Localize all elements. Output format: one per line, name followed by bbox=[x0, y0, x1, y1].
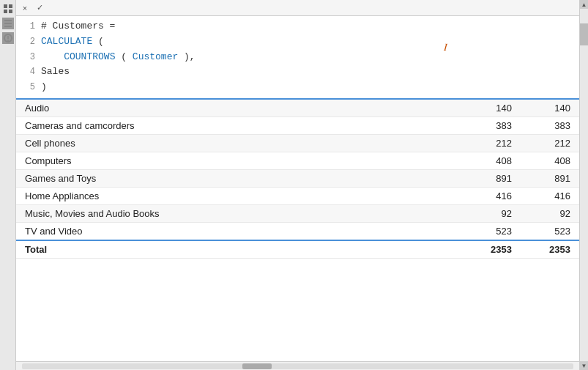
scroll-thumb[interactable] bbox=[580, 23, 589, 45]
bottom-bar bbox=[16, 361, 579, 370]
svg-rect-0 bbox=[4, 4, 7, 8]
sidebar-icon-2[interactable] bbox=[2, 18, 14, 29]
code-content-5: ) bbox=[41, 80, 47, 95]
sidebar-icon-3[interactable] bbox=[2, 32, 14, 44]
value1-cell: 523 bbox=[462, 222, 521, 240]
scroll-up-button[interactable]: ▲ bbox=[580, 0, 589, 9]
close-button[interactable]: × bbox=[19, 2, 31, 14]
category-cell: Home Appliances bbox=[16, 187, 462, 204]
data-table: Audio 140 140 Cameras and camcorders 383… bbox=[16, 100, 579, 259]
category-cell: Cameras and camcorders bbox=[16, 116, 462, 134]
value1-cell: 383 bbox=[462, 116, 521, 134]
scroll-down-button[interactable]: ▼ bbox=[580, 361, 589, 370]
cursor-marker: 𝐼 bbox=[444, 42, 447, 53]
main-content: × ✓ 1 # Customers = 2 CALCULATE ( 3 COUN… bbox=[16, 0, 579, 370]
svg-rect-1 bbox=[9, 4, 12, 8]
category-cell: Computers bbox=[16, 152, 462, 169]
toolbar: × ✓ bbox=[16, 0, 579, 16]
total-row: Total 2353 2353 bbox=[16, 240, 579, 259]
table-row: Cell phones 212 212 bbox=[16, 134, 579, 152]
value2-cell: 212 bbox=[521, 134, 579, 152]
table-row: Games and Toys 891 891 bbox=[16, 169, 579, 187]
code-line-5: 5 ) bbox=[16, 80, 579, 95]
total-value1: 2353 bbox=[462, 240, 521, 259]
code-line-4: 4 Sales bbox=[16, 64, 579, 80]
line-number-4: 4 bbox=[22, 65, 35, 79]
code-editor[interactable]: 1 # Customers = 2 CALCULATE ( 3 COUNTROW… bbox=[16, 16, 579, 100]
value2-cell: 416 bbox=[521, 187, 579, 204]
data-table-container[interactable]: Audio 140 140 Cameras and camcorders 383… bbox=[16, 100, 579, 361]
value2-cell: 92 bbox=[521, 204, 579, 222]
code-content-2: CALCULATE ( bbox=[41, 34, 104, 50]
svg-rect-2 bbox=[4, 10, 7, 13]
svg-rect-5 bbox=[4, 23, 12, 24]
line-number-3: 3 bbox=[22, 51, 35, 64]
value2-cell: 523 bbox=[521, 222, 579, 240]
code-content-1: # Customers = bbox=[41, 19, 115, 34]
table-row: TV and Video 523 523 bbox=[16, 222, 579, 240]
code-content-4: Sales bbox=[41, 64, 70, 80]
value2-cell: 408 bbox=[521, 152, 579, 169]
code-line-3: 3 COUNTROWS ( Customer ), bbox=[16, 50, 579, 65]
table-row: Home Appliances 416 416 bbox=[16, 187, 579, 204]
svg-rect-6 bbox=[4, 26, 12, 27]
line-number-2: 2 bbox=[22, 35, 35, 49]
table-row: Audio 140 140 bbox=[16, 100, 579, 117]
right-scrollbar: ▲ ▼ bbox=[579, 0, 588, 370]
code-content-3: COUNTROWS ( Customer ), bbox=[41, 50, 196, 65]
confirm-button[interactable]: ✓ bbox=[34, 2, 45, 14]
value2-cell: 891 bbox=[521, 169, 579, 187]
line-number-1: 1 bbox=[22, 20, 35, 34]
code-line-1: 1 # Customers = bbox=[16, 19, 579, 34]
code-paren-2: ( bbox=[92, 36, 104, 47]
svg-rect-4 bbox=[4, 20, 12, 21]
value1-cell: 212 bbox=[462, 134, 521, 152]
svg-point-9 bbox=[7, 40, 9, 41]
category-cell: TV and Video bbox=[16, 222, 462, 240]
total-value2: 2353 bbox=[521, 240, 579, 259]
total-label: Total bbox=[16, 240, 462, 259]
line-number-5: 5 bbox=[22, 81, 35, 95]
category-cell: Audio bbox=[16, 100, 462, 117]
category-cell: Cell phones bbox=[16, 134, 462, 152]
category-cell: Music, Movies and Audio Books bbox=[16, 204, 462, 222]
svg-rect-3 bbox=[9, 10, 12, 13]
scrollbar-thumb[interactable] bbox=[242, 363, 272, 369]
table-row: Computers 408 408 bbox=[16, 152, 579, 169]
keyword-calculate: CALCULATE bbox=[41, 36, 92, 47]
table-row: Cameras and camcorders 383 383 bbox=[16, 116, 579, 134]
horizontal-scrollbar[interactable] bbox=[22, 363, 573, 369]
code-close-3: ), bbox=[178, 51, 195, 62]
sidebar bbox=[0, 0, 16, 370]
function-countrows: COUNTROWS bbox=[64, 51, 115, 62]
value1-cell: 140 bbox=[462, 100, 521, 117]
code-line-2: 2 CALCULATE ( bbox=[16, 34, 579, 50]
grid-icon[interactable] bbox=[2, 3, 14, 15]
value2-cell: 383 bbox=[521, 116, 579, 134]
keyword-customer: Customer bbox=[133, 51, 178, 62]
value1-cell: 92 bbox=[462, 204, 521, 222]
scroll-track bbox=[580, 9, 589, 361]
value1-cell: 408 bbox=[462, 152, 521, 169]
value1-cell: 891 bbox=[462, 169, 521, 187]
value2-cell: 140 bbox=[521, 100, 579, 117]
category-cell: Games and Toys bbox=[16, 169, 462, 187]
value1-cell: 416 bbox=[462, 187, 521, 204]
table-row: Music, Movies and Audio Books 92 92 bbox=[16, 204, 579, 222]
code-space-3: ( bbox=[115, 51, 132, 62]
